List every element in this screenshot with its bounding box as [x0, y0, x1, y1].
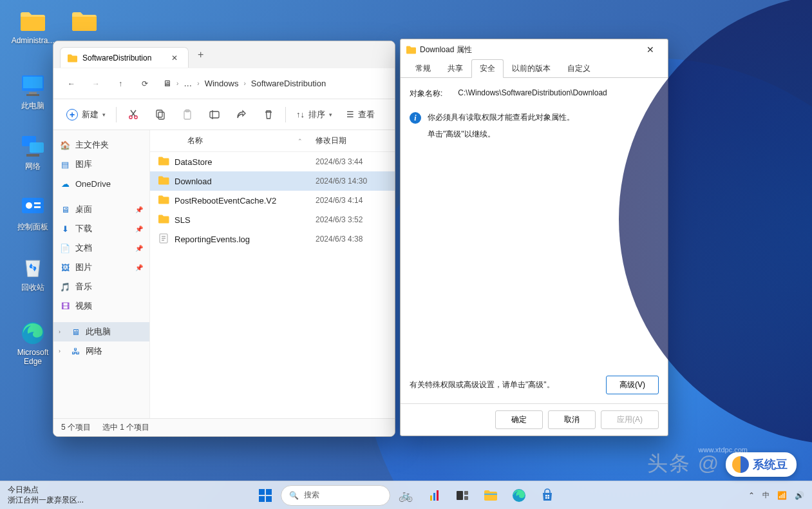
paste-button[interactable]	[175, 103, 200, 126]
file-row[interactable]: DataStore2024/6/3 3:44	[150, 152, 395, 171]
forward-button[interactable]: →	[84, 72, 108, 95]
desktop-icon-recycle-bin[interactable]: 回收站	[9, 255, 57, 293]
rename-button[interactable]	[202, 103, 227, 126]
taskbar-taskview[interactable]	[449, 483, 475, 508]
breadcrumb-seg[interactable]: Windows	[205, 79, 239, 88]
start-button[interactable]	[252, 483, 278, 508]
col-modified[interactable]: 修改日期	[316, 135, 346, 146]
svg-rect-34	[545, 497, 547, 499]
sidebar-item-home[interactable]: 🏠主文件夹	[53, 135, 149, 155]
taskbar-explorer[interactable]	[478, 483, 504, 508]
taskbar-search[interactable]: 🔍 搜索	[281, 485, 390, 506]
file-date: 2024/6/3 3:44	[316, 157, 363, 166]
new-tab-button[interactable]: +	[194, 45, 207, 64]
svg-rect-30	[484, 494, 497, 495]
desktop-icon-network[interactable]: 网络	[9, 134, 57, 172]
sidebar-item-desktop[interactable]: 🖥桌面📌	[53, 200, 149, 219]
language-indicator[interactable]: 中	[762, 490, 770, 500]
brand-logo: 系统豆	[726, 452, 797, 477]
taskbar: 今日热点 浙江台州一废弃景区... 🔍 搜索 🚲 ⌃ 中 📶 🔊	[0, 481, 812, 509]
tab-customize[interactable]: 自定义	[559, 59, 599, 78]
chevron-right-icon: ›	[176, 80, 178, 87]
taskbar-copilot[interactable]: 🚲	[393, 483, 419, 508]
selected-count: 选中 1 个项目	[102, 422, 149, 433]
statusbar: 5 个项目 选中 1 个项目	[53, 418, 395, 436]
folder-icon	[71, 9, 98, 34]
taskbar-tray[interactable]: ⌃ 中 📶 🔊	[748, 490, 804, 500]
chevron-right-icon: ›	[243, 80, 245, 87]
sort-button[interactable]: ↑↓排序▾	[290, 103, 339, 126]
apply-button[interactable]: 应用(A)	[601, 410, 659, 429]
breadcrumb-ellipsis[interactable]: …	[184, 79, 192, 88]
hot-label: 今日热点	[8, 485, 84, 495]
tab-previous-versions[interactable]: 以前的版本	[504, 59, 559, 78]
copy-button[interactable]	[147, 103, 173, 126]
desktop-icon-admin-folder[interactable]: Administra...	[9, 9, 57, 45]
sidebar-item-pictures[interactable]: 🖼图片📌	[53, 258, 149, 277]
search-icon: 🔍	[289, 491, 299, 500]
tab-close-icon[interactable]: ✕	[167, 53, 182, 62]
properties-dialog: Download 属性 ✕ 常规 共享 安全 以前的版本 自定义 对象名称: C…	[400, 39, 668, 436]
sidebar: 🏠主文件夹 ▤图库 ☁OneDrive 🖥桌面📌 ⬇下载📌 📄文档📌 🖼图片📌 …	[53, 130, 150, 418]
refresh-button[interactable]: ⟳	[133, 72, 156, 95]
window-tab[interactable]: SoftwareDistribution ✕	[60, 47, 189, 68]
svg-rect-15	[158, 112, 164, 119]
sidebar-item-music[interactable]: 🎵音乐	[53, 277, 149, 296]
chevron-up-icon[interactable]: ⌃	[748, 491, 755, 500]
desktop-icon-control-panel[interactable]: 控制面板	[9, 195, 57, 233]
store-icon	[540, 488, 554, 503]
new-button[interactable]: +新建▾	[60, 103, 112, 126]
sidebar-item-this-pc[interactable]: ›🖥此电脑	[53, 322, 149, 341]
network-icon	[19, 134, 46, 158]
file-date: 2024/6/3 4:38	[316, 235, 363, 244]
advanced-button[interactable]: 高级(V)	[606, 376, 659, 394]
col-name[interactable]: 名称	[187, 135, 203, 146]
tab-sharing[interactable]: 共享	[439, 59, 471, 78]
tab-general[interactable]: 常规	[407, 59, 439, 78]
ok-button[interactable]: 确定	[495, 410, 543, 429]
cancel-button[interactable]: 取消	[548, 410, 596, 429]
back-button[interactable]: ←	[60, 72, 83, 95]
svg-rect-24	[430, 495, 432, 501]
desktop-icon-this-pc[interactable]: 此电脑	[9, 73, 57, 111]
sidebar-item-onedrive[interactable]: ☁OneDrive	[53, 174, 149, 193]
tab-security[interactable]: 安全	[471, 59, 504, 78]
taskbar-store[interactable]	[534, 483, 560, 508]
network-tray-icon[interactable]: 📶	[777, 491, 787, 500]
object-path: C:\Windows\SoftwareDistribution\Download	[458, 88, 607, 99]
view-button[interactable]: ☰查看	[340, 103, 381, 126]
taskbar-widget[interactable]	[421, 483, 447, 508]
file-row[interactable]: PostRebootEventCache.V22024/6/3 4:14	[150, 191, 395, 210]
svg-rect-21	[266, 489, 272, 495]
breadcrumb-seg[interactable]: SoftwareDistribution	[251, 79, 326, 88]
taskbar-edge[interactable]	[506, 483, 532, 508]
volume-tray-icon[interactable]: 🔊	[795, 491, 804, 500]
sidebar-item-gallery[interactable]: ▤图库	[53, 155, 149, 174]
folder-icon	[158, 175, 169, 187]
sidebar-item-downloads[interactable]: ⬇下载📌	[53, 219, 149, 238]
taskbar-news[interactable]: 今日热点 浙江台州一废弃景区...	[0, 484, 91, 506]
tab-title: SoftwareDistribution	[82, 53, 151, 62]
label: 此电脑	[9, 101, 57, 111]
svg-point-12	[129, 115, 132, 118]
desktop-icon-edge[interactable]: Microsoft Edge	[9, 321, 57, 366]
file-content: 名称⌃ 修改日期 DataStore2024/6/3 3:44Download2…	[150, 130, 395, 418]
file-row[interactable]: SLS2024/6/3 3:52	[150, 210, 395, 229]
chevron-right-icon: ›	[197, 80, 199, 87]
folder-icon	[158, 156, 169, 168]
cut-button[interactable]	[120, 103, 146, 126]
sidebar-item-videos[interactable]: 🎞视频	[53, 296, 149, 316]
sidebar-item-network[interactable]: ›🖧网络	[53, 341, 149, 361]
breadcrumb[interactable]: 🖥 › … › Windows › SoftwareDistribution	[163, 79, 326, 88]
file-row[interactable]: ReportingEvents.log2024/6/3 4:38	[150, 229, 395, 249]
dialog-close-button[interactable]: ✕	[638, 41, 663, 59]
delete-button[interactable]	[256, 103, 281, 126]
file-row[interactable]: Download2024/6/3 14:30	[150, 171, 395, 191]
up-button[interactable]: ↑	[109, 72, 132, 95]
share-button[interactable]	[229, 103, 254, 126]
delete-icon	[263, 109, 274, 120]
monitor-icon: 🖥	[163, 79, 171, 88]
desktop-icon-folder2[interactable]	[61, 9, 108, 36]
desktop-icon: 🖥	[60, 204, 70, 215]
sidebar-item-documents[interactable]: 📄文档📌	[53, 238, 149, 258]
